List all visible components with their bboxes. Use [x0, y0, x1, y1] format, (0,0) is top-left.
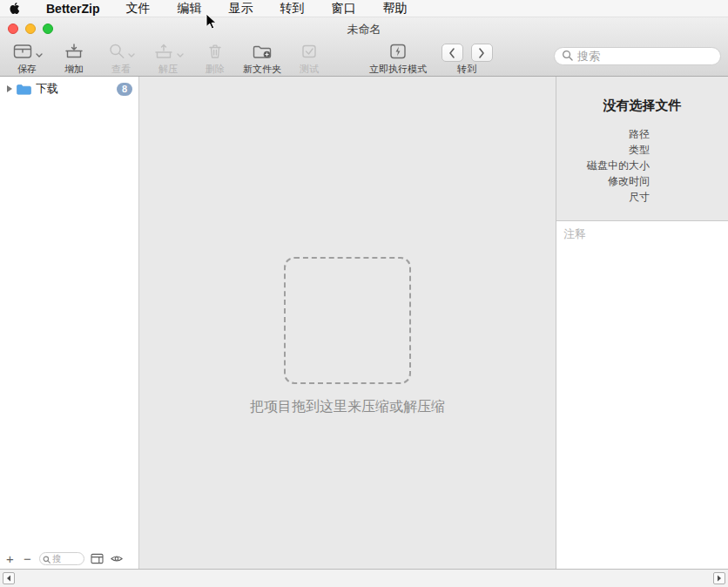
- apple-icon: [9, 2, 20, 15]
- item-count-badge: 8: [117, 83, 132, 96]
- sidebar-search: [39, 552, 84, 565]
- chevron-right-icon: [478, 48, 485, 58]
- field-label-modified: 修改时间: [556, 173, 650, 189]
- content-area: 下载 8 + − 把项目拖到这里来压缩或解压缩 没有选择文件 路径 类型 磁盘中…: [0, 77, 728, 569]
- go-label: 转到: [457, 63, 476, 76]
- archive-save-icon: [12, 43, 33, 64]
- extract-label: 解压: [158, 63, 178, 76]
- add-label: 增加: [64, 63, 84, 76]
- window-title: 未命名: [0, 17, 728, 41]
- go-forward-button[interactable]: [471, 44, 493, 62]
- dropzone-hint: 把项目拖到这里来压缩或解压缩: [139, 398, 556, 416]
- field-label-size-on-disk: 磁盘中的大小: [556, 158, 650, 173]
- direct-mode-icon: [388, 43, 408, 64]
- extract-button[interactable]: 解压: [149, 43, 187, 76]
- chevron-down-icon: [36, 45, 43, 61]
- add-button[interactable]: 增加: [55, 43, 93, 76]
- folder-icon: [17, 84, 31, 95]
- scroll-left-button[interactable]: [3, 572, 15, 584]
- chevron-down-icon: [128, 45, 135, 61]
- traffic-lights: [8, 24, 53, 34]
- menu-item-help[interactable]: 帮助: [377, 1, 412, 17]
- menu-item-edit[interactable]: 编辑: [172, 1, 206, 17]
- extract-icon: [153, 43, 174, 64]
- field-label-path: 路径: [556, 126, 650, 142]
- new-folder-label: 新文件夹: [243, 63, 281, 76]
- direct-mode-button[interactable]: 立即执行模式: [363, 43, 433, 76]
- preview-eye-icon[interactable]: [110, 553, 124, 564]
- inspector-panel: 没有选择文件 路径 类型 磁盘中的大小 修改时间 尺寸 注释: [556, 77, 728, 569]
- view-button[interactable]: 查看: [102, 43, 140, 76]
- triangle-right-icon: [717, 575, 722, 582]
- scroll-right-button[interactable]: [713, 572, 725, 584]
- menu-item-view[interactable]: 显示: [223, 1, 258, 17]
- delete-label: 删除: [206, 63, 225, 76]
- trash-icon: [206, 43, 224, 64]
- sidebar-item-downloads[interactable]: 下载 8: [0, 80, 138, 98]
- magnifier-icon: [108, 43, 125, 64]
- comments-placeholder: 注释: [563, 227, 586, 240]
- sidebar-item-label: 下载: [36, 81, 58, 97]
- add-to-archive-icon: [64, 43, 84, 64]
- chevron-left-icon: [448, 48, 455, 58]
- menu-app-name[interactable]: BetterZip: [46, 2, 99, 16]
- go-back-button[interactable]: [442, 44, 463, 62]
- search-input[interactable]: [577, 50, 728, 63]
- disclosure-triangle-icon[interactable]: [6, 84, 13, 93]
- view-label: 查看: [111, 63, 131, 76]
- menu-bar: BetterZip 文件 编辑 显示 转到 窗口 帮助: [0, 0, 728, 17]
- toolbar-search: [554, 47, 721, 65]
- direct-mode-label: 立即执行模式: [369, 63, 427, 76]
- close-button[interactable]: [8, 24, 18, 34]
- save-label: 保存: [17, 63, 37, 76]
- apple-menu[interactable]: [9, 2, 20, 15]
- search-icon: [43, 551, 51, 567]
- remove-favorite-button[interactable]: −: [22, 552, 33, 566]
- go-group: 转到: [442, 43, 491, 76]
- zoom-button[interactable]: [43, 24, 53, 34]
- sidebar: 下载 8 + −: [0, 77, 139, 569]
- dropzone[interactable]: [284, 257, 411, 384]
- toolbar: 保存 增加 查看 解压 删除: [0, 40, 728, 76]
- new-folder-button[interactable]: 新文件夹: [239, 43, 285, 76]
- menu-item-go[interactable]: 转到: [274, 1, 309, 17]
- sidebar-footer: + −: [0, 549, 138, 569]
- new-folder-icon: [252, 43, 273, 64]
- test-button[interactable]: 测试: [290, 43, 328, 76]
- triangle-left-icon: [6, 575, 11, 582]
- window-chrome: 未命名 保存 增加 查看: [0, 17, 728, 77]
- delete-button[interactable]: 删除: [196, 43, 234, 76]
- archive-content-area[interactable]: 把项目拖到这里来压缩或解压缩: [139, 77, 556, 569]
- sidebar-search-input[interactable]: [52, 554, 81, 563]
- panel-toggle-icon[interactable]: [91, 553, 104, 564]
- comments-area[interactable]: 注释: [556, 221, 728, 569]
- field-label-type: 类型: [556, 142, 650, 158]
- bottom-bar: [0, 569, 728, 587]
- checkmark-box-icon: [300, 43, 318, 64]
- search-icon: [562, 49, 573, 64]
- inspector-fields: 路径 类型 磁盘中的大小 修改时间 尺寸: [556, 126, 728, 205]
- chevron-down-icon: [177, 45, 184, 61]
- menu-item-file[interactable]: 文件: [120, 1, 155, 17]
- minimize-button[interactable]: [25, 24, 36, 34]
- title-bar[interactable]: 未命名: [0, 17, 728, 40]
- save-button[interactable]: 保存: [8, 43, 46, 76]
- menu-item-window[interactable]: 窗口: [326, 1, 361, 17]
- test-label: 测试: [300, 63, 319, 76]
- field-label-dimensions: 尺寸: [556, 189, 650, 205]
- inspector-empty-title: 没有选择文件: [556, 98, 728, 114]
- add-favorite-button[interactable]: +: [4, 552, 16, 566]
